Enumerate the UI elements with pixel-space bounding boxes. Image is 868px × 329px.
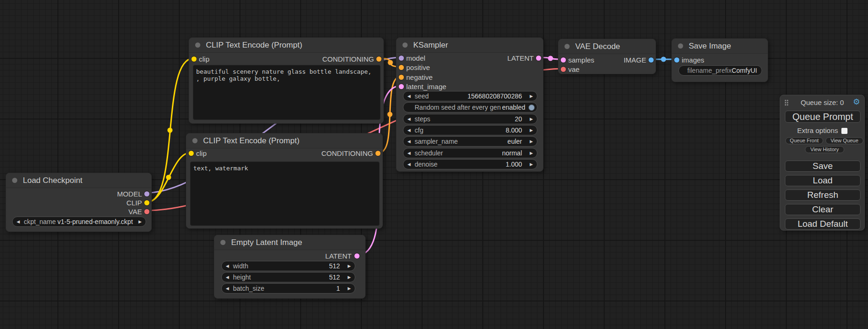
increment-arrow-icon[interactable]: ▶ (526, 139, 537, 144)
decrement-arrow-icon[interactable]: ◀ (222, 275, 233, 280)
widget-label: height (233, 273, 251, 281)
increment-arrow-icon[interactable]: ▶ (344, 264, 355, 268)
port-row: latent_image (396, 82, 543, 91)
increment-arrow-icon[interactable]: ▶ (344, 286, 355, 291)
increment-arrow-icon[interactable]: ▶ (526, 128, 537, 133)
widget-value: 512 (248, 262, 344, 270)
node-title-bar: KSampler (396, 38, 543, 53)
increment-arrow-icon[interactable]: ▶ (134, 219, 146, 224)
input-label: samples (568, 56, 594, 64)
scheduler-widget[interactable]: ◀ scheduler normal ▶ (403, 148, 537, 158)
widget-value: 8.000 (423, 126, 526, 134)
negative-input-port[interactable] (399, 75, 404, 80)
node-empty-latent-image[interactable]: Empty Latent Image LATENT ◀ width 512 ▶ … (214, 235, 366, 299)
node-ksampler[interactable]: KSampler model LATENT positive negative … (396, 37, 543, 172)
port-row: vae (558, 64, 656, 74)
samples-input-port[interactable] (561, 57, 566, 63)
seed-widget[interactable]: ◀ seed 156680208700286 ▶ (403, 91, 537, 101)
collapse-dot-icon[interactable] (195, 42, 200, 48)
increment-arrow-icon[interactable]: ▶ (526, 94, 537, 98)
prompt-textarea[interactable]: text, watermark (190, 161, 380, 226)
decrement-arrow-icon[interactable]: ◀ (222, 286, 233, 291)
node-load-checkpoint[interactable]: Load Checkpoint MODEL CLIP VAE ◀ ckpt_na… (6, 173, 152, 232)
decrement-arrow-icon[interactable]: ◀ (403, 117, 415, 121)
node-clip-text-encode-negative[interactable]: CLIP Text Encode (Prompt) clip CONDITION… (186, 133, 383, 229)
queue-prompt-button[interactable]: Queue Prompt (785, 111, 861, 123)
queue-front-button[interactable]: Queue Front (785, 137, 823, 144)
filename-prefix-widget[interactable]: filename_prefix ComfyUI (678, 65, 762, 76)
clear-button[interactable]: Clear (785, 204, 861, 215)
node-title-bar: Save Image (672, 39, 768, 54)
widget-label: scheduler (415, 149, 443, 157)
collapse-dot-icon[interactable] (192, 138, 198, 143)
cfg-widget[interactable]: ◀ cfg 8.000 ▶ (403, 125, 537, 135)
clip-output-port[interactable] (144, 200, 149, 205)
decrement-arrow-icon[interactable]: ◀ (403, 94, 415, 98)
random-seed-toggle-widget[interactable]: Random seed after every gen enabled (403, 102, 537, 112)
image-output-port[interactable] (649, 57, 654, 63)
toggle-knob[interactable] (529, 105, 535, 111)
node-graph-canvas[interactable]: Load Checkpoint MODEL CLIP VAE ◀ ckpt_na… (0, 0, 868, 329)
model-output-port[interactable] (144, 191, 149, 196)
clip-input-port[interactable] (191, 56, 197, 62)
decrement-arrow-icon[interactable]: ◀ (403, 128, 415, 133)
extra-options-checkbox[interactable] (841, 128, 847, 134)
latent-output-port[interactable] (536, 56, 541, 61)
sampler-name-widget[interactable]: ◀ sampler_name euler ▶ (403, 136, 537, 147)
view-history-button[interactable]: View History (805, 146, 844, 153)
port-row: negative (396, 72, 543, 82)
prompt-textarea[interactable]: beautiful scenery nature glass bottle la… (193, 65, 381, 120)
load-default-button[interactable]: Load Default (785, 218, 861, 230)
ckpt-name-widget[interactable]: ◀ ckpt_name v1-5-pruned-emaonly.ckpt ▶ (12, 217, 146, 227)
output-row: LATENT (214, 251, 365, 260)
widget-label: ckpt_name (24, 218, 56, 225)
save-button[interactable]: Save (785, 161, 861, 172)
vae-output-port[interactable] (144, 209, 149, 214)
collapse-dot-icon[interactable] (12, 178, 17, 183)
increment-arrow-icon[interactable]: ▶ (526, 117, 537, 121)
load-button[interactable]: Load (785, 175, 861, 186)
latent-image-input-port[interactable] (399, 84, 404, 89)
refresh-button[interactable]: Refresh (785, 189, 861, 201)
conditioning-output-port[interactable] (376, 56, 381, 62)
conditioning-output-port[interactable] (375, 151, 381, 156)
link-dot (166, 175, 171, 180)
increment-arrow-icon[interactable]: ▶ (344, 275, 355, 280)
widget-label: seed (415, 92, 429, 100)
node-clip-text-encode-positive[interactable]: CLIP Text Encode (Prompt) clip CONDITION… (189, 37, 384, 124)
decrement-arrow-icon[interactable]: ◀ (403, 139, 415, 144)
output-label: IMAGE (624, 56, 646, 64)
node-vae-decode[interactable]: VAE Decode samples IMAGE vae (558, 39, 656, 74)
positive-input-port[interactable] (399, 65, 404, 70)
port-row: clip CONDITIONING (189, 54, 383, 63)
clip-input-port[interactable] (189, 151, 194, 156)
port-row: clip CONDITIONING (186, 148, 382, 158)
collapse-dot-icon[interactable] (220, 240, 226, 245)
collapse-dot-icon[interactable] (678, 43, 683, 49)
decrement-arrow-icon[interactable]: ◀ (403, 162, 415, 167)
widget-value: 156680208700286 (429, 92, 526, 100)
increment-arrow-icon[interactable]: ▶ (526, 151, 537, 155)
view-queue-button[interactable]: View Queue (826, 137, 863, 144)
decrement-arrow-icon[interactable]: ◀ (403, 151, 415, 155)
images-input-port[interactable] (674, 57, 679, 63)
node-save-image[interactable]: Save Image images filename_prefix ComfyU… (671, 38, 768, 82)
gear-icon[interactable]: ⚙ (853, 97, 860, 107)
collapse-dot-icon[interactable] (565, 44, 570, 49)
decrement-arrow-icon[interactable]: ◀ (222, 264, 233, 268)
increment-arrow-icon[interactable]: ▶ (526, 162, 537, 167)
extra-options-label: Extra options (797, 126, 838, 134)
model-input-port[interactable] (399, 56, 404, 61)
widget-value: enabled (501, 104, 525, 111)
batch-size-widget[interactable]: ◀ batch_size 1 ▶ (221, 283, 355, 294)
link-dot (168, 128, 173, 133)
port-row: samples IMAGE (558, 55, 656, 64)
collapse-dot-icon[interactable] (402, 42, 408, 48)
latent-output-port[interactable] (354, 253, 360, 259)
vae-input-port[interactable] (561, 67, 566, 72)
decrement-arrow-icon[interactable]: ◀ (13, 219, 24, 224)
denoise-widget[interactable]: ◀ denoise 1.000 ▶ (403, 159, 537, 169)
steps-widget[interactable]: ◀ steps 20 ▶ (403, 114, 537, 124)
width-widget[interactable]: ◀ width 512 ▶ (221, 261, 355, 271)
height-widget[interactable]: ◀ height 512 ▶ (221, 272, 355, 282)
